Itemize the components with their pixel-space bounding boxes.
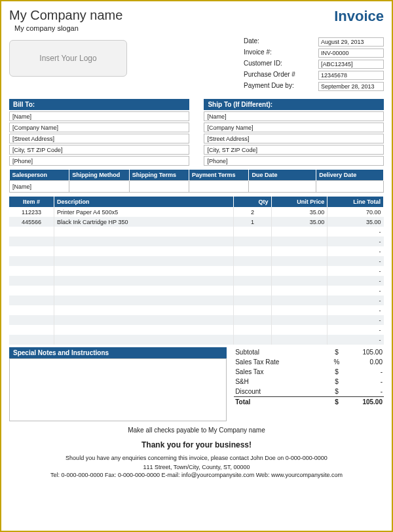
item-desc[interactable] (54, 256, 234, 266)
tax-row: Sales Tax $ - (234, 367, 384, 377)
item-unit[interactable] (271, 315, 328, 325)
item-desc[interactable] (54, 246, 234, 256)
po-value[interactable]: 12345678 (318, 71, 384, 80)
customer-id-value[interactable]: [ABC12345] (318, 60, 384, 69)
terms-table: Salesperson Shipping Method Shipping Ter… (9, 170, 384, 193)
bill-to-city[interactable]: [City, ST ZIP Code] (9, 145, 189, 155)
ship-to-city[interactable]: [City, ST ZIP Code] (204, 145, 384, 155)
item-unit[interactable] (271, 246, 328, 256)
table-row: - (9, 335, 384, 345)
item-no[interactable] (9, 315, 54, 325)
footer-address: 111 Street, Town/City, County, ST, 00000 (9, 464, 384, 470)
discount-sym: $ (330, 388, 343, 395)
customer-id-label: Customer ID: (244, 60, 316, 69)
ship-to-name[interactable]: [Name] (204, 111, 384, 121)
terms-h-delivery-date: Delivery Date (316, 170, 384, 181)
terms-row: [Name] (10, 181, 384, 193)
item-unit[interactable]: 35.00 (271, 207, 328, 217)
item-qty[interactable] (234, 325, 271, 335)
item-desc[interactable] (54, 286, 234, 295)
item-qty[interactable] (234, 227, 271, 237)
ship-to-company[interactable]: [Company Name] (204, 123, 384, 132)
tax-rate-val[interactable]: 0.00 (343, 358, 383, 366)
item-desc[interactable] (54, 335, 234, 345)
item-desc[interactable]: Black Ink Cartridge HP 350 (54, 217, 234, 227)
bill-to-street[interactable]: [Street Address] (9, 134, 189, 143)
item-no[interactable] (9, 286, 54, 295)
item-no[interactable] (9, 227, 54, 237)
item-no[interactable] (9, 325, 54, 335)
item-unit[interactable] (271, 266, 328, 276)
item-unit[interactable] (271, 237, 328, 246)
item-unit[interactable] (271, 256, 328, 266)
terms-delivery-date[interactable] (316, 181, 384, 193)
item-qty[interactable]: 2 (234, 207, 271, 217)
terms-salesperson[interactable]: [Name] (10, 181, 69, 193)
payment-due-value[interactable]: September 28, 2013 (318, 82, 384, 91)
item-no[interactable] (9, 256, 54, 266)
bill-to-name[interactable]: [Name] (9, 111, 189, 121)
ship-to-street[interactable]: [Street Address] (204, 134, 384, 143)
sh-val[interactable]: - (343, 378, 383, 385)
notes-body[interactable] (9, 358, 227, 421)
item-desc[interactable] (54, 276, 234, 286)
item-line: - (328, 246, 384, 256)
address-row: Bill To: [Name] [Company Name] [Street A… (9, 99, 384, 166)
item-qty[interactable] (234, 237, 271, 246)
item-qty[interactable] (234, 256, 271, 266)
item-qty[interactable] (234, 266, 271, 276)
item-desc[interactable] (54, 325, 234, 335)
item-desc[interactable] (54, 305, 234, 315)
item-unit[interactable] (271, 335, 328, 345)
item-line: - (328, 256, 384, 266)
terms-shipping-terms[interactable] (129, 181, 189, 193)
item-desc[interactable] (54, 295, 234, 305)
terms-shipping-method[interactable] (69, 181, 129, 193)
item-desc[interactable]: Printer Paper A4 500x5 (54, 207, 234, 217)
item-desc[interactable] (54, 227, 234, 237)
item-unit[interactable]: 35.00 (271, 217, 328, 227)
item-unit[interactable] (271, 286, 328, 295)
item-desc[interactable] (54, 266, 234, 276)
item-no[interactable]: 112233 (9, 207, 54, 217)
logo-placeholder[interactable]: Insert Your Logo (9, 40, 127, 77)
item-qty[interactable]: 1 (234, 217, 271, 227)
table-row: - (9, 305, 384, 315)
item-qty[interactable] (234, 276, 271, 286)
item-desc[interactable] (54, 315, 234, 325)
item-no[interactable] (9, 305, 54, 315)
item-no[interactable] (9, 276, 54, 286)
item-unit[interactable] (271, 295, 328, 305)
item-qty[interactable] (234, 295, 271, 305)
item-qty[interactable] (234, 335, 271, 345)
item-qty[interactable] (234, 315, 271, 325)
item-no[interactable] (9, 295, 54, 305)
discount-val[interactable]: - (343, 388, 383, 395)
terms-h-salesperson: Salesperson (10, 170, 69, 181)
date-value[interactable]: August 29, 2013 (318, 37, 384, 47)
item-no[interactable] (9, 266, 54, 276)
item-no[interactable] (9, 237, 54, 246)
terms-due-date[interactable] (249, 181, 316, 193)
item-qty[interactable] (234, 305, 271, 315)
item-no[interactable] (9, 335, 54, 345)
bill-to-phone[interactable]: [Phone] (9, 156, 189, 166)
item-qty[interactable] (234, 286, 271, 295)
ship-to-phone[interactable]: [Phone] (204, 156, 384, 166)
item-unit[interactable] (271, 305, 328, 315)
date-label: Date: (244, 37, 316, 47)
item-no[interactable]: 445566 (9, 217, 54, 227)
items-h-qty: Qty (234, 197, 271, 207)
discount-row: Discount $ - (234, 387, 384, 396)
item-unit[interactable] (271, 325, 328, 335)
item-unit[interactable] (271, 227, 328, 237)
item-desc[interactable] (54, 237, 234, 246)
items-h-item: Item # (9, 197, 54, 207)
terms-payment-terms[interactable] (189, 181, 249, 193)
bill-to-company[interactable]: [Company Name] (9, 123, 189, 132)
invoice-page: My Company name My company slogan Invoic… (0, 0, 393, 532)
invoice-no-value[interactable]: INV-00000 (318, 48, 384, 58)
item-qty[interactable] (234, 246, 271, 256)
item-no[interactable] (9, 246, 54, 256)
item-unit[interactable] (271, 276, 328, 286)
